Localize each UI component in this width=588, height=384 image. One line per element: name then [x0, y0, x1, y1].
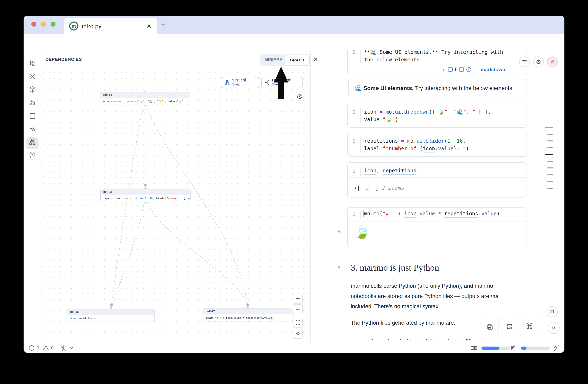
stop-icon — [549, 309, 555, 315]
zoom-out-button[interactable]: − — [293, 304, 303, 314]
notebook-settings-button[interactable]: ⚙ — [533, 57, 544, 67]
fit-view-button[interactable] — [293, 318, 303, 327]
graph-node-cell-14[interactable]: cell-14 icon = mo.ui.dropdown(["🍃", "🌊",… — [100, 92, 190, 105]
items-count: 2 Items — [382, 185, 404, 191]
new-tab-button[interactable]: + — [160, 20, 166, 30]
tab-graph[interactable]: GRAPH — [285, 55, 309, 65]
ai-assistant-icon[interactable] — [29, 99, 36, 107]
traffic-close-button[interactable] — [31, 22, 36, 27]
paragraph-line: included. There's no magical syntax. — [351, 301, 539, 311]
outline-line[interactable] — [547, 147, 553, 148]
help-icon[interactable] — [29, 151, 36, 158]
vertical-tree-button[interactable]: Vertical Tree — [221, 77, 259, 88]
hamburger-icon — [522, 59, 527, 65]
collapse-chevron-icon[interactable]: ∨ — [337, 264, 341, 270]
browser-toolbar: localhost:2718 Guest — [23, 34, 565, 50]
code-line[interactable]: repetitions = mo.ui.slider(1, 16, — [364, 138, 466, 144]
line-number: 1 — [348, 109, 360, 115]
graph-node-cell-15[interactable]: cell-15 repetitions = mo.ui.slider(1, 16… — [100, 189, 190, 202]
expand-chevron[interactable]: › — [354, 185, 357, 191]
chevron-down-icon[interactable] — [68, 345, 74, 351]
save-icon — [486, 323, 494, 330]
graph-node-title: cell-15 — [101, 189, 190, 195]
helper-sidebar — [23, 50, 41, 343]
code-line[interactable]: **🌊 Some UI elements.** Try interacting … — [364, 50, 503, 55]
status-bar: 0 0 — [23, 343, 565, 353]
cell-markdown-output[interactable]: 🌊 Some UI elements. Try interacting with… — [348, 79, 527, 96]
code-line[interactable]: label=f"number of {icon.value}: ") — [364, 146, 469, 152]
tab-minimap[interactable]: MINIMAP — [262, 57, 285, 62]
clipped-text: easily versioned with git, yielding mini… — [362, 339, 474, 340]
autorun-disabled-icon[interactable] — [60, 344, 67, 352]
marimo-logo-icon: m — [69, 21, 78, 31]
memory-usage-fill — [482, 346, 500, 350]
close-panel-icon[interactable]: ✕ — [313, 56, 318, 63]
outline-line[interactable] — [547, 188, 553, 189]
cell-slider-code[interactable]: 1 repetitions = mo.ui.slider(1, 16, labe… — [347, 133, 527, 157]
layout-toggle-button[interactable] — [501, 318, 518, 335]
logs-icon[interactable] — [29, 112, 36, 120]
code-line[interactable]: value="🍃") — [364, 116, 398, 122]
gutter-divider — [360, 108, 361, 124]
outline-line[interactable] — [547, 167, 553, 169]
graph-node-cell-17[interactable]: cell-17 mo.md("# " + icon.value * repeti… — [203, 308, 293, 321]
outline-line[interactable] — [547, 174, 553, 175]
footer-toggle-f-checkbox[interactable] — [459, 67, 464, 72]
tree-output-row[interactable]: ›[…] 2 Items — [354, 185, 404, 191]
warnings-icon[interactable] — [42, 345, 49, 351]
outline-line[interactable] — [547, 134, 553, 135]
errors-icon[interactable] — [28, 345, 35, 351]
graph-node-cell-16[interactable]: cell-16 icon, repetitions — [67, 309, 155, 322]
locate-button[interactable] — [293, 329, 303, 339]
locate-icon — [295, 331, 301, 337]
ellipsis: … — [360, 185, 375, 191]
notebook-menu-button[interactable] — [519, 57, 530, 67]
cell-expression[interactable]: 1 icon, repetitions ›[…] 2 Items — [347, 162, 527, 197]
code-line[interactable]: icon = mo.ui.dropdown(["🍃", "🌊", "✨"], — [364, 109, 491, 115]
snippets-search-icon[interactable] — [29, 125, 36, 133]
outline-line-active[interactable] — [545, 154, 553, 155]
memory-icon — [470, 345, 478, 352]
footer-toggle-r-checkbox[interactable] — [448, 67, 453, 72]
language-badge[interactable]: markdown — [481, 67, 505, 73]
keyboard-shortcuts-button[interactable]: ⌘ — [521, 318, 538, 335]
dependencies-icon[interactable] — [29, 138, 36, 146]
cell-markdown-source[interactable]: 1 **🌊 Some UI elements.** Try interactin… — [347, 50, 527, 75]
line-number: 1 — [348, 138, 360, 144]
footer-divider — [475, 66, 475, 73]
md-bold: Some UI elements. — [363, 85, 414, 91]
code-line[interactable]: icon, repetitions — [364, 168, 417, 173]
cell-momd[interactable]: 1 mo.md("# " + icon.value * repetitions.… — [347, 207, 527, 247]
outline-line[interactable] — [547, 140, 553, 141]
save-button[interactable] — [481, 318, 499, 335]
browser-tabbar: m intro.py ✕ + — [23, 16, 565, 34]
packages-icon[interactable] — [29, 86, 36, 93]
cpu-usage-fill — [521, 346, 526, 350]
cell-divider — [348, 221, 526, 221]
command-icon: ⌘ — [526, 322, 533, 331]
collapse-chevron-icon[interactable]: ∨ — [337, 229, 341, 234]
outline-line[interactable] — [547, 161, 553, 162]
code-line[interactable]: mo.md("# " + icon.value * repetitions.va… — [364, 211, 500, 217]
footer-info-icon[interactable] — [466, 67, 471, 72]
zoom-in-button[interactable]: + — [293, 294, 303, 304]
outline-line[interactable] — [545, 127, 553, 128]
traffic-minimize-button[interactable] — [41, 22, 46, 27]
graph-node-code: icon, repetitions — [67, 315, 154, 322]
code-line[interactable]: the below elements. — [364, 57, 423, 63]
cell-dropdown-code[interactable]: 1 icon = mo.ui.dropdown(["🍃", "🌊", "✨"],… — [347, 104, 527, 128]
graph-settings-icon[interactable]: ⚙ — [296, 93, 302, 101]
ai-sparkle-icon[interactable] — [552, 344, 560, 352]
traffic-zoom-button[interactable] — [51, 22, 56, 27]
md-emoji: 🌊 — [355, 85, 363, 91]
outline-line[interactable] — [547, 181, 553, 182]
run-button[interactable] — [548, 322, 560, 334]
paragraph-line: notebooks are stored as pure Python file… — [351, 291, 539, 301]
tab-close-icon[interactable]: ✕ — [145, 22, 153, 30]
file-explorer-icon[interactable] — [29, 60, 36, 67]
interrupt-button[interactable] — [546, 306, 558, 317]
shutdown-button[interactable] — [547, 57, 558, 67]
tab-title: intro.py — [82, 23, 101, 30]
browser-tab[interactable]: m intro.py ✕ — [64, 18, 157, 34]
variables-icon[interactable] — [29, 73, 36, 80]
